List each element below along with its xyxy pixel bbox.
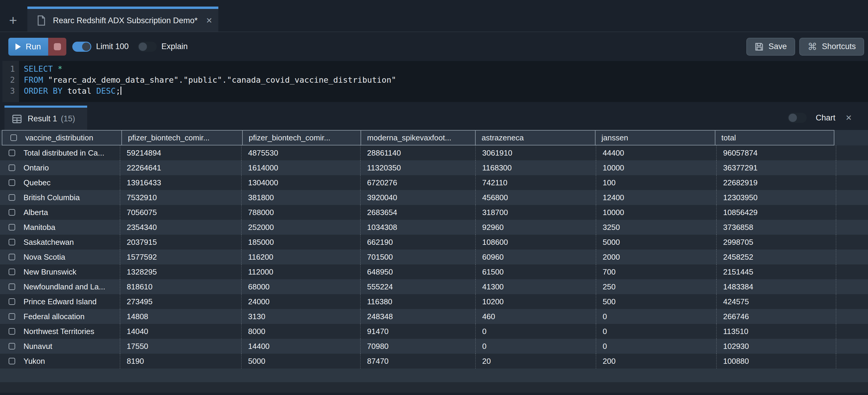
cell-text: 8190: [127, 357, 144, 366]
cell-text: 96057874: [723, 148, 757, 158]
stop-icon: [54, 43, 61, 50]
value-cell: 248348: [361, 309, 476, 324]
table-row[interactable]: Northwest Territories1404080009147000113…: [0, 324, 868, 339]
row-checkbox[interactable]: [9, 358, 15, 364]
result-tab[interactable]: Result 1 (15): [4, 105, 87, 130]
row-checkbox[interactable]: [9, 343, 15, 350]
column-header-pfizer-biontech-comir[interactable]: pfizer_biontech_comir...: [121, 130, 243, 146]
run-button[interactable]: Run: [8, 38, 48, 56]
column-header-label: astrazeneca: [482, 133, 524, 143]
cell-text: 36377291: [723, 163, 757, 173]
table-row[interactable]: Newfoundland and La...818610680005552244…: [0, 279, 868, 294]
value-cell: 742110: [476, 175, 596, 190]
table-row[interactable]: Manitoba23543402520001034308929603250373…: [0, 220, 868, 235]
value-cell: 1304000: [242, 175, 361, 190]
horizontal-scrollbar[interactable]: [0, 368, 868, 382]
row-checkbox[interactable]: [9, 194, 15, 201]
row-checkbox[interactable]: [9, 283, 15, 290]
row-checkbox[interactable]: [9, 269, 15, 275]
row-checkbox[interactable]: [9, 313, 15, 320]
column-header-label: janssen: [601, 133, 628, 143]
chart-toggle[interactable]: [788, 113, 807, 123]
value-cell: 3250: [596, 220, 717, 235]
value-cell: 10200: [476, 294, 596, 309]
column-header-total[interactable]: total: [715, 130, 834, 146]
editor-tab[interactable]: Rearc Redshift ADX Subscription Demo* ✕: [27, 6, 218, 32]
cell-text: 100: [603, 178, 616, 187]
shortcuts-button[interactable]: ⌘ Shortcuts: [799, 38, 864, 56]
value-cell: 5000: [242, 354, 361, 368]
select-all-checkbox[interactable]: [10, 134, 17, 141]
value-cell: 14040: [120, 324, 242, 339]
table-row[interactable]: Prince Edward Island27349524000116380102…: [0, 294, 868, 309]
row-checkbox[interactable]: [9, 179, 15, 186]
cell-text: 60960: [482, 252, 504, 262]
cell-text: 28861140: [367, 148, 401, 158]
cell-text: 648950: [367, 267, 393, 277]
cell-text: 14808: [127, 312, 148, 321]
value-cell: 102930: [717, 339, 836, 354]
column-header-moderna-spikevaxfoot[interactable]: moderna_spikevaxfoot...: [361, 130, 476, 146]
column-header-janssen[interactable]: janssen: [595, 130, 715, 146]
cell-text: 0: [603, 342, 607, 351]
row-label-cell: Ontario: [0, 160, 120, 175]
row-checkbox[interactable]: [9, 328, 15, 335]
row-label-cell: Total distributed in Ca...: [0, 146, 120, 160]
value-cell: 22682919: [717, 175, 836, 190]
table-row[interactable]: Federal allocation1480831302483484600266…: [0, 309, 868, 324]
cell-text: 788000: [248, 208, 274, 217]
table-row[interactable]: British Columbia753291038180039200404568…: [0, 190, 868, 205]
table-row[interactable]: Alberta705607578800026836543187001000010…: [0, 205, 868, 220]
limit-toggle[interactable]: [72, 42, 91, 52]
value-cell: 70980: [361, 339, 476, 354]
code-line[interactable]: 2FROM "rearc_adx_demo_data_share"."publi…: [2, 74, 868, 85]
row-checkbox[interactable]: [9, 254, 15, 260]
table-row[interactable]: Yukon819050008747020200100880: [0, 354, 868, 368]
cell-text: 460: [482, 312, 495, 321]
table-row[interactable]: Nova Scotia15775921162007015006096020002…: [0, 249, 868, 265]
column-header-vaccine-distribution[interactable]: vaccine_distribution: [2, 130, 122, 146]
cell-text: 10000: [603, 208, 624, 217]
row-checkbox[interactable]: [9, 164, 15, 171]
value-cell: 100: [596, 175, 717, 190]
column-header-label: pfizer_biontech_comir...: [128, 133, 210, 143]
row-checkbox[interactable]: [9, 239, 15, 245]
value-cell: 1614000: [242, 160, 361, 175]
cell-text: Alberta: [24, 208, 48, 217]
tab-close-icon[interactable]: ✕: [205, 15, 214, 27]
sql-editor[interactable]: 1SELECT *2FROM "rearc_adx_demo_data_shar…: [2, 61, 868, 102]
value-cell: 1328295: [120, 265, 242, 279]
save-icon: [755, 42, 764, 51]
column-header-astrazeneca[interactable]: astrazeneca: [475, 130, 595, 146]
value-cell: 44400: [596, 146, 717, 160]
value-cell: 22264641: [120, 160, 242, 175]
code-line[interactable]: 1SELECT *: [2, 63, 868, 74]
code-line[interactable]: 3ORDER BY total DESC;: [2, 85, 868, 96]
row-checkbox[interactable]: [9, 209, 15, 216]
table-row[interactable]: Nunavut17550144007098000102930: [0, 339, 868, 354]
row-checkbox[interactable]: [9, 150, 15, 156]
table-row[interactable]: Saskatchewan2037915185000662190108600500…: [0, 235, 868, 249]
value-cell: 381800: [242, 190, 361, 205]
table-row[interactable]: Ontario222646411614000113203501168300100…: [0, 160, 868, 175]
table-row[interactable]: Total distributed in Ca...59214894487553…: [0, 146, 868, 160]
new-tab-button[interactable]: +: [6, 14, 20, 27]
result-count-badge: (15): [61, 114, 75, 123]
cell-text: Saskatchewan: [24, 238, 74, 247]
run-button-label: Run: [26, 42, 41, 52]
cell-text: 5000: [603, 238, 620, 247]
cell-text: Ontario: [24, 163, 49, 173]
results-close-icon[interactable]: ✕: [844, 112, 853, 124]
table-row[interactable]: New Brunswick132829511200064895061500700…: [0, 265, 868, 279]
explain-toggle[interactable]: [138, 42, 157, 52]
save-button[interactable]: Save: [746, 38, 795, 56]
cell-text: Manitoba: [24, 223, 55, 232]
column-header-pfizer-biontech-comir[interactable]: pfizer_biontech_comir...: [242, 130, 361, 146]
stop-button[interactable]: [48, 38, 66, 56]
table-icon: [12, 115, 22, 123]
table-row[interactable]: Quebec1391643313040006720276742110100226…: [0, 175, 868, 190]
value-cell: 59214894: [120, 146, 242, 160]
row-checkbox[interactable]: [9, 298, 15, 305]
cell-text: 200: [603, 357, 616, 366]
row-checkbox[interactable]: [9, 224, 15, 231]
